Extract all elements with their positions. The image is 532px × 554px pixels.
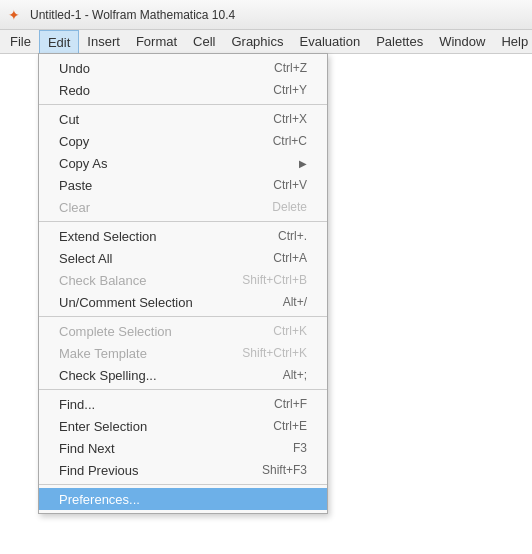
menu-item-clear[interactable]: Clear Delete [39,196,327,218]
title-bar: ✦ Untitled-1 - Wolfram Mathematica 10.4 [0,0,532,30]
menu-item-find-next-label: Find Next [59,441,115,456]
menu-item-redo-label: Redo [59,83,90,98]
menu-item-select-all[interactable]: Select All Ctrl+A [39,247,327,269]
menu-item-paste-label: Paste [59,178,92,193]
menu-item-preferences-label: Preferences... [59,492,140,507]
menu-item-clear-label: Clear [59,200,90,215]
menu-item-paste[interactable]: Paste Ctrl+V [39,174,327,196]
menu-item-clear-shortcut: Delete [272,200,307,214]
menu-format[interactable]: Format [128,30,185,53]
menu-item-enter-selection[interactable]: Enter Selection Ctrl+E [39,415,327,437]
menu-item-redo[interactable]: Redo Ctrl+Y [39,79,327,101]
menu-item-uncomment-shortcut: Alt+/ [283,295,307,309]
menu-item-copy-label: Copy [59,134,89,149]
menu-graphics[interactable]: Graphics [223,30,291,53]
menu-item-paste-shortcut: Ctrl+V [273,178,307,192]
separator-3 [39,316,327,317]
menu-item-undo[interactable]: Undo Ctrl+Z [39,57,327,79]
menu-item-preferences[interactable]: Preferences... [39,488,327,510]
app-icon: ✦ [8,7,24,23]
menu-item-copy-as-arrow: ▶ [299,158,307,169]
menu-item-enter-selection-label: Enter Selection [59,419,147,434]
menu-item-extend-selection-label: Extend Selection [59,229,157,244]
menu-item-cut-label: Cut [59,112,79,127]
menu-item-check-spelling-shortcut: Alt+; [283,368,307,382]
separator-5 [39,484,327,485]
menu-item-copy-shortcut: Ctrl+C [273,134,307,148]
title-bar-text: Untitled-1 - Wolfram Mathematica 10.4 [30,8,235,22]
menu-item-complete-selection-label: Complete Selection [59,324,172,339]
menu-item-complete-selection-shortcut: Ctrl+K [273,324,307,338]
menu-item-find[interactable]: Find... Ctrl+F [39,393,327,415]
menu-item-enter-selection-shortcut: Ctrl+E [273,419,307,433]
menu-item-undo-label: Undo [59,61,90,76]
menu-item-check-spelling-label: Check Spelling... [59,368,157,383]
menu-item-copy-as-label: Copy As [59,156,107,171]
menu-item-find-label: Find... [59,397,95,412]
menu-item-select-all-shortcut: Ctrl+A [273,251,307,265]
menu-window[interactable]: Window [431,30,493,53]
menu-bar: File Edit Insert Format Cell Graphics Ev… [0,30,532,54]
menu-cell[interactable]: Cell [185,30,223,53]
menu-help[interactable]: Help [493,30,532,53]
menu-item-check-balance-shortcut: Shift+Ctrl+B [242,273,307,287]
menu-item-complete-selection[interactable]: Complete Selection Ctrl+K [39,320,327,342]
edit-dropdown-menu: Undo Ctrl+Z Redo Ctrl+Y Cut Ctrl+X Copy … [38,53,328,514]
menu-item-check-balance-label: Check Balance [59,273,146,288]
menu-item-cut[interactable]: Cut Ctrl+X [39,108,327,130]
menu-item-extend-selection-shortcut: Ctrl+. [278,229,307,243]
menu-item-find-next[interactable]: Find Next F3 [39,437,327,459]
menu-item-copy-as[interactable]: Copy As ▶ [39,152,327,174]
menu-item-make-template-label: Make Template [59,346,147,361]
menu-palettes[interactable]: Palettes [368,30,431,53]
menu-item-find-previous[interactable]: Find Previous Shift+F3 [39,459,327,481]
menu-item-make-template-shortcut: Shift+Ctrl+K [242,346,307,360]
separator-1 [39,104,327,105]
menu-item-check-balance[interactable]: Check Balance Shift+Ctrl+B [39,269,327,291]
menu-edit[interactable]: Edit [39,30,79,53]
menu-item-make-template[interactable]: Make Template Shift+Ctrl+K [39,342,327,364]
menu-item-find-shortcut: Ctrl+F [274,397,307,411]
separator-2 [39,221,327,222]
menu-item-check-spelling[interactable]: Check Spelling... Alt+; [39,364,327,386]
menu-item-redo-shortcut: Ctrl+Y [273,83,307,97]
menu-item-find-previous-label: Find Previous [59,463,138,478]
menu-file[interactable]: File [2,30,39,53]
menu-item-extend-selection[interactable]: Extend Selection Ctrl+. [39,225,327,247]
menu-item-undo-shortcut: Ctrl+Z [274,61,307,75]
menu-evaluation[interactable]: Evaluation [291,30,368,53]
menu-item-copy[interactable]: Copy Ctrl+C [39,130,327,152]
menu-insert[interactable]: Insert [79,30,128,53]
menu-item-find-previous-shortcut: Shift+F3 [262,463,307,477]
separator-4 [39,389,327,390]
menu-item-select-all-label: Select All [59,251,112,266]
menu-item-cut-shortcut: Ctrl+X [273,112,307,126]
menu-item-find-next-shortcut: F3 [293,441,307,455]
menu-item-uncomment[interactable]: Un/Comment Selection Alt+/ [39,291,327,313]
menu-item-uncomment-label: Un/Comment Selection [59,295,193,310]
